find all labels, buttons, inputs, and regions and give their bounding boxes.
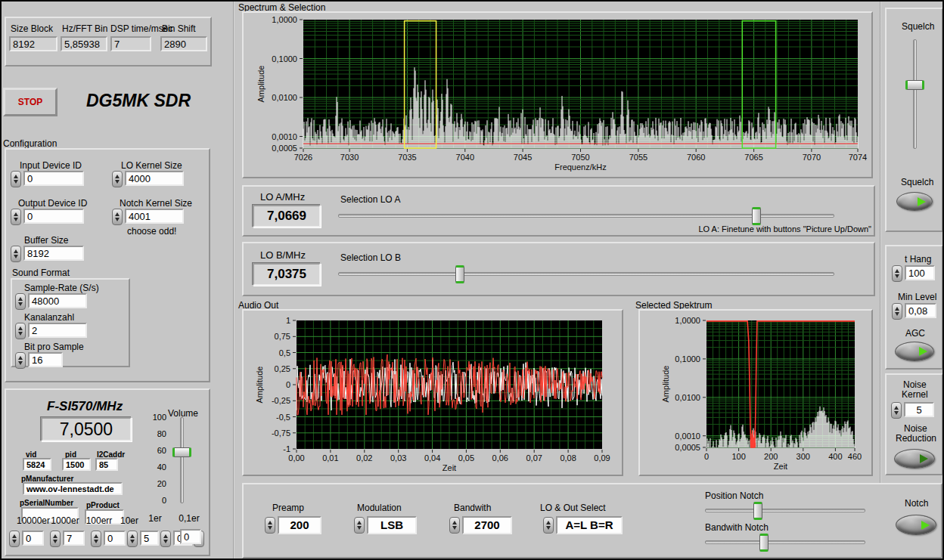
lo-b-slider-track[interactable]	[338, 272, 834, 276]
squelch-button-label: Squelch	[901, 177, 933, 187]
squelch-slider-handle[interactable]	[905, 80, 924, 90]
sample-rate-field[interactable]: 48000	[28, 293, 87, 308]
bandwith-notch-label: Bandwith Notch	[705, 522, 769, 533]
digit-100er-stepper[interactable]	[91, 531, 101, 547]
volume-slider-track[interactable]	[180, 417, 184, 503]
position-notch-handle[interactable]	[753, 502, 762, 520]
lo-b-slider-handle[interactable]	[455, 265, 464, 283]
input-device-field[interactable]: 0	[23, 171, 84, 186]
channels-stepper[interactable]	[15, 323, 26, 339]
digit-01er-field[interactable]: 0	[180, 529, 201, 544]
digit-1000er-stepper[interactable]	[50, 531, 61, 547]
svg-text:0: 0	[286, 380, 290, 389]
digit-01er-label: 0,1er	[175, 513, 203, 524]
lo-kernel-field[interactable]: 4000	[125, 171, 184, 186]
input-device-stepper[interactable]	[11, 171, 21, 187]
sample-rate-stepper[interactable]	[15, 293, 26, 310]
noise-kernel-field[interactable]: 5	[904, 402, 934, 417]
selected-panel: 01002003004004601,00000,10000,01000,0010…	[638, 309, 873, 476]
i2caddr-field: 85	[95, 458, 118, 471]
buffer-size-label: Buffer Size	[24, 235, 68, 246]
selection-lo-a-label: Selection LO A	[340, 194, 400, 205]
notch-kernel-stepper[interactable]	[112, 209, 123, 225]
bin-shift-value: 2890	[160, 36, 207, 51]
svg-text:0,0010: 0,0010	[675, 432, 700, 441]
squelch-led-button[interactable]	[896, 192, 933, 211]
svg-text:200: 200	[764, 452, 778, 461]
buffer-size-stepper[interactable]	[11, 246, 21, 262]
digit-1er-stepper[interactable]	[160, 531, 171, 547]
min-level-field[interactable]: 0,08	[905, 303, 936, 318]
notch-led-button[interactable]	[896, 515, 936, 535]
left-column-divider	[233, 2, 234, 560]
lo-b-label: LO B/MHz	[260, 249, 306, 261]
size-block-label: Size Block	[11, 23, 53, 34]
svg-text:0,0100: 0,0100	[272, 93, 297, 102]
digit-10er-field[interactable]: 5	[140, 531, 159, 546]
si570-title: F-SI570/MHz	[47, 399, 123, 414]
lo-a-slider-handle[interactable]	[752, 207, 761, 225]
svg-text:0,25: 0,25	[275, 364, 290, 373]
lo-out-select-field[interactable]: A=L B=R	[556, 516, 623, 534]
digit-1000er-label: 1000er	[50, 515, 80, 526]
output-device-stepper[interactable]	[11, 209, 21, 225]
digit-10000er-stepper[interactable]	[9, 531, 20, 547]
digit-1000er-field[interactable]: 7	[63, 531, 85, 546]
noise-kernel-stepper[interactable]	[891, 402, 902, 419]
output-device-label: Output Device ID	[18, 198, 87, 209]
svg-text:Amplitude: Amplitude	[256, 66, 266, 103]
noise-kernel-label-2: Kernel	[902, 389, 928, 400]
svg-text:0,00: 0,00	[288, 453, 304, 463]
svg-text:7055: 7055	[629, 153, 647, 162]
digit-100er-field[interactable]: 0	[104, 531, 126, 546]
buffer-size-field[interactable]: 8192	[23, 246, 84, 261]
preamp-field[interactable]: 200	[278, 516, 321, 534]
svg-text:1: 1	[286, 316, 290, 325]
bandwith-field[interactable]: 2700	[462, 516, 512, 534]
modulation-field[interactable]: LSB	[367, 516, 417, 534]
volume-tick-60: 60	[150, 446, 166, 455]
dsp-info-panel: Size Block 8192 Hz/FFT Bin 5,85938 DSP t…	[5, 17, 212, 67]
noise-reduction-arrow-icon	[920, 454, 928, 463]
svg-text:7074: 7074	[849, 153, 867, 162]
svg-text:7070: 7070	[803, 153, 821, 162]
svg-text:0,0100: 0,0100	[675, 393, 700, 402]
bandwith-notch-track[interactable]	[705, 540, 865, 544]
t-hang-field[interactable]: 100	[905, 265, 935, 280]
sound-format-panel: Sample-Rate (S/s) 48000 Kanalanzahl 2 Bi…	[11, 278, 130, 367]
noise-reduction-led-button[interactable]	[894, 449, 935, 469]
stop-button[interactable]: STOP	[3, 88, 57, 116]
svg-text:0: 0	[704, 452, 709, 461]
bits-field[interactable]: 16	[28, 352, 63, 367]
agc-led-button[interactable]	[895, 342, 934, 361]
lo-a-label: LO A/MHz	[260, 191, 305, 203]
min-level-stepper[interactable]	[892, 303, 902, 320]
svg-text:0,01: 0,01	[322, 453, 338, 463]
svg-text:Zeit: Zeit	[442, 463, 456, 472]
modulation-stepper[interactable]	[354, 517, 365, 534]
volume-slider-handle[interactable]	[172, 447, 191, 457]
position-notch-track[interactable]	[705, 509, 865, 512]
bits-stepper[interactable]	[15, 352, 26, 369]
t-hang-stepper[interactable]	[892, 265, 902, 282]
lo-out-select-stepper[interactable]	[543, 517, 554, 534]
output-device-field[interactable]: 0	[23, 209, 84, 224]
svg-text:300: 300	[796, 452, 810, 461]
lo-kernel-stepper[interactable]	[112, 171, 123, 187]
bandwith-stepper[interactable]	[449, 517, 460, 534]
svg-text:Amplitude: Amplitude	[661, 366, 670, 403]
preamp-stepper[interactable]	[265, 517, 275, 534]
digit-10000er-field[interactable]: 0	[22, 531, 44, 546]
digit-10er-stepper[interactable]	[127, 531, 138, 547]
svg-text:0,09: 0,09	[594, 453, 610, 463]
notch-kernel-hint: choose odd!	[127, 226, 176, 237]
sample-rate-label: Sample-Rate (S/s)	[24, 283, 99, 293]
bandwith-notch-handle[interactable]	[759, 534, 769, 552]
channels-field[interactable]: 2	[28, 323, 87, 338]
bin-shift-label: Bin Shift	[162, 23, 196, 34]
squelch-slider-track[interactable]	[913, 39, 917, 149]
svg-text:460: 460	[848, 452, 862, 461]
notch-kernel-label: Notch Kernel Size	[120, 198, 192, 209]
svg-text:0,0010: 0,0010	[272, 132, 297, 141]
notch-kernel-field[interactable]: 4001	[125, 209, 184, 224]
